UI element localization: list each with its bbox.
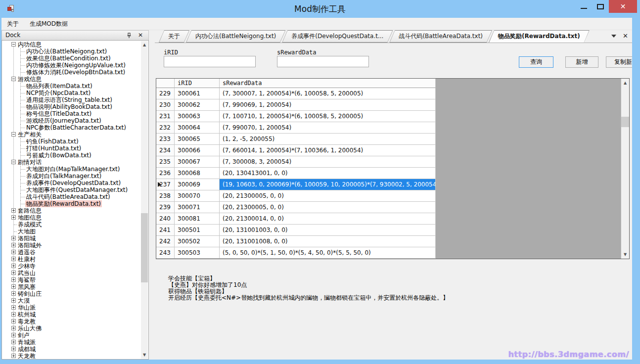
tree-item[interactable]: 游戏经历(JourneyData.txt) [2,117,141,124]
tree-expander-icon[interactable] [11,250,16,254]
grid-row-header[interactable]: 234 [156,145,175,156]
grid-row[interactable]: 232 300064 (7, 990070, 1, 200054) [156,122,621,134]
tree-expander-icon[interactable] [11,132,16,136]
grid-cell-srewarddata[interactable]: (7, 100710, 1, 200054)*(6, 100058, 5, 20… [220,111,436,122]
tree-expander-icon[interactable] [11,340,16,344]
pin-icon[interactable] [126,32,133,39]
scroll-down-icon[interactable]: ▼ [141,351,148,359]
grid-column-header-irid[interactable]: iRID [175,79,220,88]
tree-item[interactable]: 少林寺 [2,263,141,270]
tree-item[interactable]: 套路信息 [2,207,141,214]
tree-expander-icon[interactable] [11,312,16,317]
tree-item[interactable]: 修炼体力消耗(DevelopBtnData.txt) [2,69,141,76]
grid-row-header[interactable]: 243 [156,247,175,259]
grid-cell-irid[interactable]: 300064 [175,122,220,134]
action-button[interactable]: 新增 [565,56,598,68]
action-button[interactable]: 复制新增 [606,56,632,68]
tree-item[interactable]: NPC参数(BattleCharacterData.txt) [2,124,141,131]
grid-row-header[interactable]: 232 [156,122,175,134]
grid-row[interactable]: 234 300066 (7, 660014, 1, 200054)*(7, 10… [156,145,621,156]
grid-row-header[interactable]: 241 [156,225,175,236]
tree-item[interactable]: 养成事件(DevelopQuestData.txt) [2,180,141,186]
grid-cell-irid[interactable]: 300502 [175,236,220,247]
grid-cell-irid[interactable]: 300070 [175,190,220,202]
tree-expander-icon[interactable] [11,319,16,323]
minimize-button[interactable] [575,0,592,13]
maximize-button[interactable] [592,0,609,13]
tree-item[interactable]: 地图信息 [2,214,141,221]
tree-expander-icon[interactable] [11,333,16,337]
tree-item[interactable]: 洛阳城 [2,235,141,242]
grid-cell-srewarddata[interactable]: (7, 660014, 1, 200054)*(7, 100366, 1, 20… [220,145,436,156]
tree-item[interactable]: 逍遥谷 [2,249,141,256]
grid-cell-irid[interactable]: 300067 [175,156,220,168]
tab-close-icon[interactable]: ✕ [623,32,628,40]
grid-row[interactable]: 243 300503 (5, 0, 50, 0)*(5, 1, 50, 0)*(… [156,247,621,259]
grid-row-header[interactable]: 237 [156,179,175,190]
grid-row-header[interactable]: 231 [156,111,175,122]
grid-scrollbar-thumb[interactable] [621,117,629,127]
grid-cell-srewarddata[interactable]: (5, 0, 50, 0)*(5, 1, 50, 0)*(5, 4, 50, 0… [220,247,436,259]
irid-input[interactable] [164,56,256,67]
grid-row-header[interactable]: 240 [156,213,175,225]
tab-list-dropdown-icon[interactable] [611,35,616,38]
grid-cell-srewarddata[interactable]: (20, 131001003, 0, 0) [220,225,436,236]
srewarddata-input[interactable] [277,56,369,67]
tree-item[interactable]: 内功信息 [2,41,141,48]
grid-row-header[interactable]: 238 [156,190,175,202]
tree-expander-icon[interactable] [11,208,16,213]
tree-item[interactable]: 物品奖励(RewardData.txt) [2,200,141,207]
grid-row[interactable]: 238 300070 (20, 21300005, 0, 0) [156,190,621,202]
tree-expander-icon[interactable] [11,257,16,261]
grid-cell-irid[interactable]: 300503 [175,247,220,259]
grid-row[interactable]: 239 300071 (20, 21300005, 0, 0) [156,202,621,213]
tree-item[interactable]: 大地图 [2,228,141,235]
grid-cell-srewarddata[interactable]: (7, 300008, 3, 200054) [220,156,436,168]
tree-item[interactable]: 内功心法(BattleNeigong.txt) [2,48,141,55]
tree-item[interactable]: 剧情对话 [2,159,141,166]
tree-item[interactable]: 铸剑山庄 [2,290,141,297]
grid-row-header[interactable]: 242 [156,236,175,247]
tree-item[interactable]: 通用提示语言(String_table.txt) [2,96,141,103]
tree-item[interactable]: NCP简介(NpcData.txt) [2,90,141,96]
tree-expander-icon[interactable] [11,77,16,81]
scroll-up-icon[interactable]: ▲ [621,79,629,87]
grid-row-header[interactable]: 239 [156,202,175,213]
grid-cell-srewarddata[interactable]: (20, 21300005, 0, 0) [220,190,436,202]
grid-cell-srewarddata[interactable]: (20, 21300005, 0, 0) [220,202,436,213]
tree-item[interactable]: 效果信息(BattleCondition.txt) [2,55,141,62]
menu-item[interactable]: 生成MOD数据 [24,18,73,30]
document-tab[interactable]: 关于 [159,30,189,43]
grid-row-header[interactable]: 229 [156,88,175,99]
grid-cell-srewarddata[interactable]: (20, 130413001, 0, 0) [220,168,436,179]
tree-expander-icon[interactable] [11,326,16,330]
tree-expander-icon[interactable] [11,305,16,310]
tree-expander-icon[interactable] [11,160,16,164]
tree-item[interactable]: 杭州城 [2,311,141,318]
grid-corner-cell[interactable] [156,79,175,88]
scroll-up-icon[interactable]: ▲ [141,41,148,48]
grid-cell-irid[interactable]: 300501 [175,225,220,236]
tree-item[interactable]: 杜康村 [2,256,141,263]
grid-row-header[interactable]: 230 [156,99,175,111]
tree-item[interactable]: 天龙教 [2,353,141,359]
grid-row[interactable]: 236 300068 (20, 130413001, 0, 0) [156,168,621,179]
tree-item[interactable]: 内功修炼效果(NeigongUpValue.txt) [2,62,141,69]
grid-row-header[interactable]: 235 [156,156,175,168]
tree-expander-icon[interactable] [11,215,16,220]
grid-row[interactable]: 233 300065 (1, 2, -5, 200055) [156,134,621,145]
grid-column-header-srewarddata[interactable]: sRewardData [220,79,436,88]
document-tab[interactable]: 内功心法(BattleNeigong.txt) [186,30,285,43]
grid-row[interactable]: 240 300081 (20, 21300014, 0, 0) [156,213,621,225]
tree-expander-icon[interactable] [11,298,16,303]
grid-cell-srewarddata[interactable]: (20, 21300014, 0, 0) [220,213,436,225]
document-tab[interactable]: 战斗代码(BattleAreaData.txt) [389,30,492,43]
grid-cell-irid[interactable]: 300068 [175,168,220,179]
menu-item[interactable]: 关于 [1,18,24,30]
grid-cell-srewarddata[interactable]: (1, 2, -5, 200055) [220,134,436,145]
tree-expander-icon[interactable] [11,284,16,289]
tree-expander-icon[interactable] [11,347,16,351]
tree-expander-icon[interactable] [11,354,16,358]
tree-item[interactable]: 钓鱼(FishData.txt) [2,138,141,145]
grid-row[interactable]: 242 300502 (20, 131001008, 0, 0) [156,236,621,247]
